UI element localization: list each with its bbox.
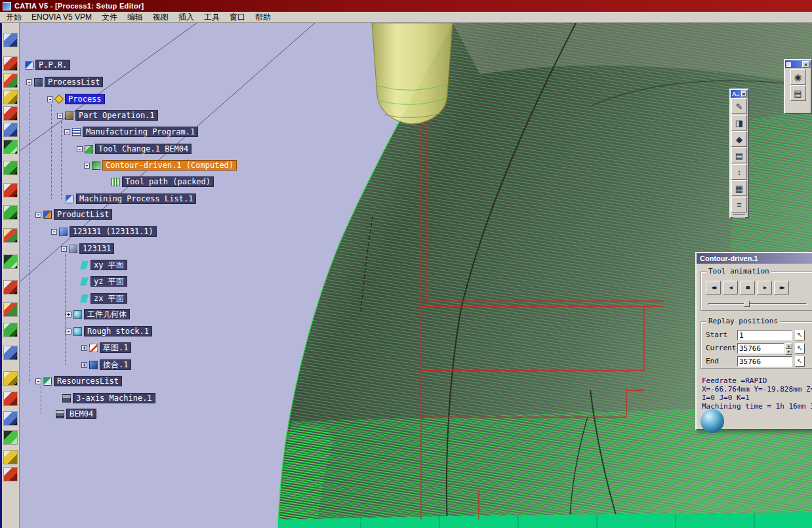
tool-animation-label: Tool animation xyxy=(706,268,771,275)
expander-icon[interactable]: - xyxy=(51,229,57,235)
dialog-titlebar[interactable]: Contour-driven.1 xyxy=(697,253,812,264)
menu-window[interactable]: 窗口 xyxy=(230,12,245,23)
pencil-operation-icon[interactable] xyxy=(3,302,18,317)
rows-icon-button[interactable]: ▤ xyxy=(731,148,747,163)
tree-item-part[interactable]: - 123131 xyxy=(61,243,114,254)
menu-start[interactable]: 开始 xyxy=(6,12,22,23)
menu-view[interactable]: 视图 xyxy=(153,12,169,23)
half-view-icon-button[interactable]: ◨ xyxy=(731,115,747,131)
toolbar-drag-handle[interactable] xyxy=(733,214,745,218)
profile-contouring-icon[interactable] xyxy=(3,161,18,175)
tree-item-yz-plane[interactable]: yz 平面 xyxy=(80,276,127,287)
end-picker-button[interactable]: ↖ xyxy=(795,356,805,367)
isoparametric-machining-icon[interactable] xyxy=(3,392,18,406)
vertical-arrows-icon-button[interactable]: ↕ xyxy=(731,164,747,180)
tree-item-label: xy 平面 xyxy=(91,260,127,270)
current-picker-button[interactable]: ↖ xyxy=(795,343,805,354)
expander-icon[interactable]: - xyxy=(26,79,32,85)
tree-item-machine[interactable]: 3-axis Machine.1 xyxy=(62,393,155,403)
fast-forward-button[interactable]: ▶▶ xyxy=(774,281,789,294)
list-tool-button[interactable]: ▤ xyxy=(790,85,806,101)
expander-icon[interactable]: - xyxy=(47,96,53,102)
tree-item-zx-plane[interactable]: zx 平面 xyxy=(80,293,127,304)
tree-item-process[interactable]: - Process xyxy=(47,94,105,104)
menu-insert[interactable]: 插入 xyxy=(178,12,194,23)
expander-icon[interactable]: - xyxy=(77,146,83,152)
tree-item-processlist[interactable]: - ProcessList xyxy=(26,77,103,87)
spin-up-icon[interactable]: ▲ xyxy=(785,343,792,349)
tree-item-sketch[interactable]: + 草图.1 xyxy=(81,342,131,353)
lines-icon-button[interactable]: ≡ xyxy=(731,197,747,213)
expander-icon[interactable]: - xyxy=(64,129,70,135)
expander-icon[interactable]: + xyxy=(81,362,87,368)
pause-button[interactable]: ▮▮ xyxy=(740,281,755,294)
sweeping-icon[interactable] xyxy=(3,280,18,294)
machining-workbench-icon[interactable] xyxy=(3,33,18,47)
play-button[interactable]: ▶ xyxy=(757,281,772,294)
expander-icon[interactable]: - xyxy=(61,246,67,252)
expander-icon[interactable]: - xyxy=(84,163,90,169)
expander-icon[interactable]: + xyxy=(66,312,71,317)
expander-icon[interactable]: - xyxy=(57,113,63,119)
tree-item-tool-path[interactable]: Tool path (packed) xyxy=(112,176,214,187)
contour-driven-icon[interactable] xyxy=(3,371,18,386)
point-to-point-icon[interactable] xyxy=(3,228,18,243)
start-position-input[interactable] xyxy=(737,330,792,340)
tree-item-contour-driven[interactable]: - Contour-driven.1 (Computed) xyxy=(84,160,237,171)
tool-change-icon[interactable] xyxy=(3,56,18,71)
close-icon[interactable]: × xyxy=(741,91,746,97)
diamond-icon-button[interactable]: ◆ xyxy=(731,131,747,147)
expander-icon[interactable]: - xyxy=(66,329,71,335)
magnifier-tool-button[interactable]: ◉ xyxy=(790,69,806,85)
current-position-input[interactable] xyxy=(737,343,784,354)
animation-slider-track[interactable] xyxy=(708,303,807,305)
rewind-button[interactable]: ◀◀ xyxy=(706,281,721,294)
tree-item-rough-stock[interactable]: - Rough stock.1 xyxy=(66,326,152,336)
tree-item-resourceslist[interactable]: - ResourcesList xyxy=(35,376,122,386)
step-backward-button[interactable]: ◀ xyxy=(723,281,738,294)
spin-down-icon[interactable]: ▼ xyxy=(785,349,792,355)
groove-milling-icon[interactable] xyxy=(3,205,18,220)
tree-item-workpiece-body[interactable]: + 工件几何体 xyxy=(66,309,130,319)
tree-item-ppr[interactable]: P.P.R. xyxy=(25,60,70,70)
view-palette-titlebar[interactable]: × xyxy=(785,60,811,68)
zlevel-machining-icon[interactable] xyxy=(3,323,18,337)
measure-icon[interactable] xyxy=(3,467,18,481)
menu-enovia[interactable]: ENOVIA V5 VPM xyxy=(31,12,92,22)
expander-icon[interactable]: - xyxy=(35,212,41,218)
start-picker-button[interactable]: ↖ xyxy=(795,330,805,340)
material-removal-icon[interactable] xyxy=(3,430,18,445)
tree-item-product-instance[interactable]: - 123131 (123131.1) xyxy=(51,226,157,237)
tree-item-join[interactable]: + 接合.1 xyxy=(81,359,131,370)
pencil-icon-button[interactable]: ✎ xyxy=(731,98,747,114)
tree-item-tool-change[interactable]: - Tool Change.1 BEM04 xyxy=(77,144,192,154)
tree-item-machining-process-list[interactable]: Machining Process List.1 xyxy=(66,193,196,204)
fixture-icon[interactable] xyxy=(3,90,18,104)
menu-help[interactable]: 帮助 xyxy=(255,12,271,23)
toolpath-replay-icon[interactable] xyxy=(3,411,18,426)
spiral-milling-icon[interactable] xyxy=(3,346,18,360)
tree-item-manufacturing-program[interactable]: - Manufacturing Program.1 xyxy=(64,127,198,137)
facing-icon[interactable] xyxy=(3,140,18,154)
end-position-input[interactable] xyxy=(737,356,792,367)
tree-item-productlist[interactable]: - ProductList xyxy=(35,209,112,220)
grid-icon-button[interactable]: ▦ xyxy=(731,180,747,196)
pocketing-icon[interactable] xyxy=(3,123,18,137)
roughing-icon[interactable] xyxy=(3,254,18,269)
viewport-3d[interactable] xyxy=(20,23,812,528)
machining-axis-icon[interactable] xyxy=(3,73,18,88)
tree-item-tool-bem04[interactable]: BEM04 xyxy=(56,409,96,419)
menu-edit[interactable]: 编辑 xyxy=(127,12,143,23)
output-code-icon[interactable] xyxy=(3,450,18,464)
close-icon[interactable]: × xyxy=(802,61,809,68)
drilling-icon[interactable] xyxy=(3,106,18,121)
menu-file[interactable]: 文件 xyxy=(102,12,117,23)
plunge-milling-icon[interactable] xyxy=(3,183,18,197)
tree-item-xy-plane[interactable]: xy 平面 xyxy=(80,260,127,270)
tree-item-part-operation[interactable]: - Part Operation.1 xyxy=(57,110,158,121)
expander-icon[interactable]: + xyxy=(81,345,87,351)
menu-tools[interactable]: 工具 xyxy=(204,12,220,23)
analysis-toolbar-titlebar[interactable]: A.. × xyxy=(731,90,748,98)
window-titlebar[interactable]: CATIA V5 - [Process1: Setup Editor] xyxy=(0,0,812,12)
expander-icon[interactable]: - xyxy=(35,378,41,384)
